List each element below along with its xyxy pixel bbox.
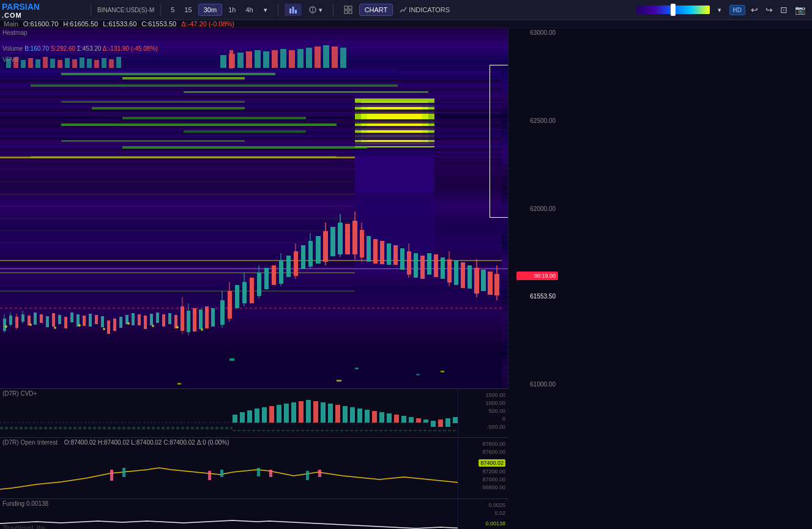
svg-rect-44 [0, 137, 502, 140]
timeframe-dropdown[interactable]: ▾ [259, 4, 272, 16]
svg-rect-96 [119, 317, 122, 328]
svg-rect-191 [102, 58, 106, 68]
svg-rect-36 [0, 119, 502, 122]
chart-label-btn[interactable]: CHART [359, 4, 393, 16]
svg-point-114 [5, 325, 7, 328]
svg-rect-210 [229, 358, 234, 361]
heatmap-panel[interactable]: Heatmap Volume B:160.70 S:292.60 Σ:453.2… [0, 28, 508, 389]
svg-point-116 [54, 327, 56, 329]
svg-point-117 [78, 324, 81, 327]
svg-rect-261 [257, 468, 260, 476]
svg-rect-35 [122, 117, 306, 119]
svg-rect-205 [315, 46, 321, 68]
svg-point-121 [176, 326, 179, 328]
oi-stats: O:87400.02 H:87400.02 L:87400.02 C:87400… [64, 439, 229, 446]
funding-right-axis: 0.0025 0.02 0.00138 [458, 499, 508, 529]
svg-rect-217 [233, 415, 237, 423]
timeframe-30m[interactable]: 30m [198, 4, 222, 16]
svg-rect-56 [0, 157, 355, 158]
svg-rect-100 [144, 316, 147, 329]
svg-point-119 [127, 322, 130, 325]
svg-rect-66 [355, 157, 434, 193]
close-price: C:61553.50 [141, 20, 176, 28]
svg-rect-219 [247, 410, 252, 423]
svg-rect-224 [284, 404, 289, 423]
camera-btn[interactable]: 📷 [793, 3, 807, 17]
svg-rect-31 [92, 107, 245, 109]
timeframe-4h[interactable]: 4h [242, 4, 256, 15]
svg-rect-215 [441, 371, 444, 372]
svg-rect-33 [0, 112, 502, 114]
svg-rect-246 [445, 418, 450, 427]
svg-rect-127 [235, 285, 239, 308]
oi-panel[interactable]: (D7R) Open Interest O:87400.02 H:87400.0… [0, 438, 508, 499]
chart-view-btn[interactable] [340, 4, 357, 16]
svg-rect-170 [461, 262, 465, 288]
svg-rect-18 [0, 87, 502, 89]
indicators-btn[interactable]: INDICATORS [395, 4, 454, 15]
toolbar-separator-3 [278, 4, 278, 16]
undo-btn[interactable]: ↩ [749, 3, 760, 17]
svg-rect-15 [0, 80, 502, 83]
svg-rect-231 [335, 405, 340, 423]
svg-rect-218 [240, 412, 245, 423]
cvd-panel[interactable]: (D7R) CVD+ [0, 389, 508, 438]
svg-rect-94 [107, 320, 110, 334]
svg-rect-257 [110, 470, 113, 481]
funding-panel[interactable]: Funding 0.00138 TradingLite 0.0025 0.02 … [0, 499, 508, 529]
chart-container: Main O:61600.70 H:61605.50 L:61533.60 C:… [0, 20, 812, 529]
main-area: Main O:61600.70 H:61605.50 L:61533.60 C:… [0, 20, 812, 529]
svg-rect-188 [80, 57, 84, 68]
price-bar: Main O:61600.70 H:61605.50 L:61533.60 C:… [0, 20, 812, 28]
svg-rect-194 [220, 55, 226, 68]
svg-rect-8 [349, 10, 352, 13]
timeframe-1h[interactable]: 1h [225, 4, 239, 15]
svg-rect-200 [272, 50, 278, 68]
vpvr-label: VPVR [2, 56, 19, 63]
cvd-svg [0, 389, 508, 438]
price-level-63000: 63000.00 [511, 29, 556, 36]
svg-rect-201 [280, 49, 286, 68]
svg-rect-204 [306, 48, 312, 68]
color-gradient-bar[interactable] [636, 6, 710, 14]
oi-svg [0, 446, 508, 508]
price-axis-tag: 00:19.00 [516, 272, 558, 280]
timeframe-5[interactable]: 5 [167, 4, 178, 15]
cvd-axis-0: 0 [502, 416, 505, 422]
timeframe-15[interactable]: 15 [181, 4, 195, 15]
bar-chart-icon[interactable] [285, 4, 302, 16]
svg-rect-137 [286, 256, 291, 277]
chart-type-btn[interactable]: ▾ [304, 4, 327, 16]
svg-rect-130 [250, 278, 254, 303]
oi-current-price: 87400.02 [479, 459, 505, 467]
layout-btn[interactable]: ⊡ [778, 3, 789, 17]
svg-point-118 [103, 328, 105, 330]
svg-rect-259 [208, 471, 211, 480]
svg-rect-237 [379, 412, 384, 423]
chart-main-body[interactable]: Heatmap Volume B:160.70 S:292.60 Σ:453.2… [0, 28, 508, 529]
gradient-dropdown[interactable]: ▾ [713, 4, 726, 16]
svg-rect-221 [262, 407, 267, 423]
redo-btn[interactable]: ↪ [764, 3, 775, 17]
svg-point-120 [152, 325, 154, 327]
svg-rect-193 [116, 57, 121, 68]
svg-rect-226 [299, 401, 304, 423]
svg-rect-30 [0, 105, 502, 107]
svg-rect-162 [414, 253, 418, 278]
cvd-axis-1500: 1500.00 [485, 392, 505, 398]
svg-rect-37 [0, 122, 502, 124]
logo-bottom: .COM [2, 12, 40, 19]
svg-rect-88 [70, 313, 73, 322]
cvd-axis-1000: 1000.00 [485, 400, 505, 406]
svg-rect-198 [255, 50, 261, 68]
oi-axis-87200: 87200.00 [482, 468, 505, 475]
svg-rect-28 [61, 101, 245, 103]
gradient-thumb[interactable] [671, 4, 676, 16]
svg-rect-183 [43, 57, 48, 68]
toolbar-right: ▾ HD ↩ ↪ ⊡ 📷 [636, 3, 807, 17]
toolbar-separator-2 [160, 4, 161, 16]
svg-rect-47 [0, 144, 502, 146]
svg-rect-186 [65, 58, 70, 68]
svg-rect-260 [220, 470, 223, 477]
svg-rect-214 [416, 374, 420, 375]
